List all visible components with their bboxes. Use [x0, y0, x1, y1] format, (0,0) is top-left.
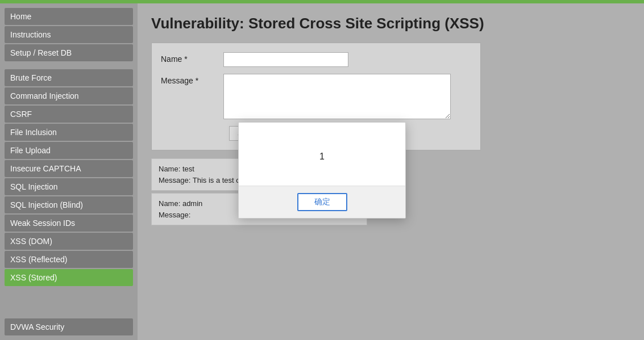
dialog-footer: 确定: [239, 186, 405, 218]
dialog-value: 1: [319, 152, 325, 162]
dialog-body: 1: [239, 123, 405, 186]
dialog-overlay: 1 确定: [138, 3, 644, 340]
alert-dialog: 1 确定: [238, 122, 406, 219]
dialog-ok-button[interactable]: 确定: [297, 193, 347, 211]
main-content: Vulnerability: Stored Cross Site Scripti…: [138, 3, 644, 340]
